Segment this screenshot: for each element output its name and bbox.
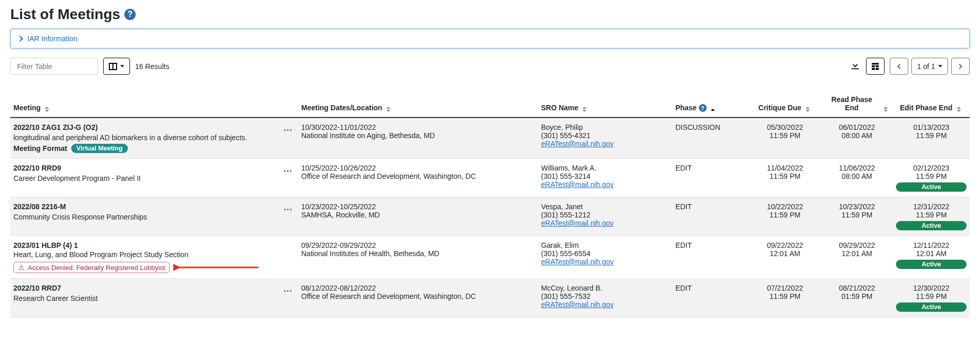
cell-sro: Williams, Mark A. (301) 555-3214 eRATest…: [538, 159, 672, 197]
page-select[interactable]: 1 of 1: [911, 58, 948, 75]
sro-email-link[interactable]: eRATest@mail.nih.gov: [541, 300, 669, 309]
sro-name: Boyce, Philip: [541, 123, 669, 131]
col-dates[interactable]: Meeting Dates/Location: [298, 81, 538, 117]
readphase-time: 01:59 PM: [824, 292, 890, 300]
col-sro[interactable]: SRO Name: [538, 81, 672, 117]
warning-icon: ⚠: [18, 263, 25, 272]
sro-phone: (301) 555-3214: [541, 172, 669, 180]
download-button[interactable]: [850, 60, 861, 73]
critique-time: 11:59 PM: [752, 292, 818, 300]
phase-value: EDIT: [675, 203, 692, 211]
editphase-date: 12/11/2022: [896, 241, 967, 249]
help-icon[interactable]: ?: [699, 104, 707, 112]
phase-value: EDIT: [675, 164, 692, 172]
cell-phase: EDIT: [672, 159, 749, 197]
cell-meeting: 2023/01 HLBP (4) 1 Heart, Lung, and Bloo…: [10, 236, 298, 279]
cell-readphase: 06/01/2022 08:00 AM: [821, 117, 893, 159]
readphase-time: 08:00 AM: [824, 172, 890, 180]
phase-value: EDIT: [675, 284, 692, 292]
meeting-description: Heart, Lung, and Blood Program Project S…: [13, 250, 295, 259]
cell-phase: EDIT: [672, 236, 749, 279]
meeting-code: 2022/10 ZAG1 ZIJ-G (O2): [13, 123, 281, 131]
cell-editphase: 12/31/2022 11:59 PM Active: [893, 197, 970, 236]
cell-phase: EDIT: [672, 279, 749, 317]
help-icon[interactable]: ?: [124, 9, 136, 20]
editphase-time: 12:01 AM: [896, 249, 967, 258]
active-badge: Active: [896, 221, 967, 230]
page-label: 1 of 1: [917, 62, 935, 71]
sro-email-link[interactable]: eRATest@mail.nih.gov: [541, 180, 669, 189]
download-icon: [850, 60, 861, 71]
critique-time: 11:59 PM: [752, 172, 818, 180]
filter-input[interactable]: [10, 58, 98, 75]
cell-meeting: 2022/10 ZAG1 ZIJ-G (O2) … longitudinal a…: [10, 117, 298, 159]
cell-phase: EDIT: [672, 197, 749, 236]
sro-email-link[interactable]: eRATest@mail.nih.gov: [541, 219, 669, 227]
readphase-date: 10/23/2022: [824, 203, 890, 211]
row-actions-button[interactable]: …: [281, 123, 295, 132]
editphase-time: 11:59 PM: [896, 292, 967, 300]
col-phase[interactable]: Phase ?: [672, 81, 749, 117]
cell-sro: Vespa, Janet (301) 555-1212 eRATest@mail…: [538, 197, 672, 236]
row-actions-button[interactable]: …: [281, 203, 295, 212]
cell-dates: 10/23/2022-10/25/2022 SAMHSA, Rockville,…: [298, 197, 538, 236]
cell-critique: 09/22/2022 12:01 AM: [749, 236, 821, 279]
critique-date: 10/22/2022: [752, 203, 818, 211]
meeting-code: 2022/10 RRD9: [13, 164, 281, 172]
cell-dates: 10/30/2022-11/01/2022 National Institute…: [298, 117, 538, 159]
meeting-description: Community Crisis Response Partnerships: [13, 213, 295, 221]
page-title: List of Meetings ?: [10, 6, 970, 23]
cell-readphase: 09/29/2022 12:01 AM: [821, 236, 893, 279]
cell-editphase: 02/12/2023 11:59 PM Active: [893, 159, 970, 197]
sort-asc-icon: [711, 109, 715, 112]
editphase-time: 11:59 PM: [896, 131, 967, 140]
cell-dates: 10/25/2022-10/26/2022 Office of Research…: [298, 159, 538, 197]
cell-critique: 07/21/2022 11:59 PM: [749, 279, 821, 317]
critique-time: 12:01 AM: [752, 249, 818, 258]
cell-editphase: 12/11/2022 12:01 AM Active: [893, 236, 970, 279]
sro-name: McCoy, Leonard B.: [541, 284, 669, 292]
virtual-meeting-badge: Virtual Meeting: [71, 144, 127, 153]
cell-sro: Boyce, Philip (301) 555-4321 eRATest@mai…: [538, 117, 672, 159]
table-row: 2022/10 ZAG1 ZIJ-G (O2) … longitudinal a…: [10, 117, 970, 159]
critique-date: 05/30/2022: [752, 123, 818, 131]
chevron-right-icon: [17, 36, 23, 41]
active-badge: Active: [896, 260, 967, 269]
row-actions-button[interactable]: …: [281, 284, 295, 293]
cell-editphase: 12/30/2022 11:59 PM Active: [893, 279, 970, 317]
meeting-dates: 09/29/2022-09/29/2022: [301, 241, 535, 249]
cell-meeting: 2022/08 2216-M … Community Crisis Respon…: [10, 197, 298, 236]
sro-phone: (301) 555-1212: [541, 211, 669, 219]
iar-info-panel[interactable]: IAR Information: [10, 29, 970, 48]
meeting-format-label: Meeting Format: [13, 144, 67, 153]
meeting-location: Office of Research and Development, Wash…: [301, 172, 535, 180]
sro-name: Garak, Elim: [541, 241, 669, 249]
cell-dates: 08/12/2022-08/12/2022 Office of Research…: [298, 279, 538, 317]
page-prev-button[interactable]: [890, 58, 908, 75]
sro-name: Williams, Mark A.: [541, 164, 669, 172]
column-select-button[interactable]: [103, 58, 130, 75]
sro-email-link[interactable]: eRATest@mail.nih.gov: [541, 258, 669, 266]
readphase-date: 11/06/2022: [824, 164, 890, 172]
editphase-time: 11:59 PM: [896, 211, 967, 219]
col-editphase[interactable]: Edit Phase End: [893, 81, 970, 117]
table-row: 2023/01 HLBP (4) 1 Heart, Lung, and Bloo…: [10, 236, 970, 279]
critique-time: 11:59 PM: [752, 211, 818, 219]
col-meeting[interactable]: Meeting: [10, 81, 298, 117]
caret-down-icon: [120, 65, 124, 68]
row-actions-button[interactable]: …: [281, 164, 295, 173]
col-critique[interactable]: Critique Due: [749, 81, 821, 117]
page-next-button[interactable]: [951, 58, 970, 75]
cell-phase: DISCUSSION: [672, 117, 749, 159]
cell-critique: 11/04/2022 11:59 PM: [749, 159, 821, 197]
cell-dates: 09/29/2022-09/29/2022 National Institute…: [298, 236, 538, 279]
sro-email-link[interactable]: eRATest@mail.nih.gov: [541, 140, 669, 148]
access-denied-badge: ⚠ Access Denied: Federally Registered Lo…: [13, 262, 170, 273]
meeting-code: 2023/01 HLBP (4) 1: [13, 241, 295, 249]
table-row: 2022/08 2216-M … Community Crisis Respon…: [10, 197, 970, 236]
grid-view-button[interactable]: [866, 58, 885, 75]
cell-meeting: 2022/10 RRD9 … Career Development Progra…: [10, 159, 298, 197]
access-denied-text: Access Denied: Federally Registered Lobb…: [28, 264, 165, 272]
meeting-location: Office of Research and Development, Wash…: [301, 292, 535, 300]
col-readphase[interactable]: Read Phase End: [821, 81, 893, 117]
